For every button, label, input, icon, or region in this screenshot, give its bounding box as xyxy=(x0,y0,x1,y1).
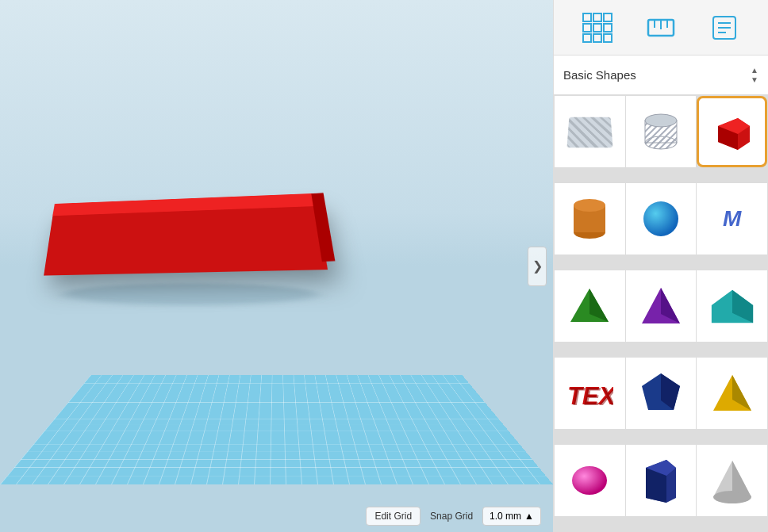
wavy-text-icon: M xyxy=(723,206,741,232)
shape-yellow-pyramid[interactable] xyxy=(697,358,767,429)
right-panel: Basic Shapes ▲ ▼ xyxy=(553,0,768,532)
shape-green-pyramid[interactable] xyxy=(555,270,625,342)
svg-point-19 xyxy=(645,114,677,127)
panel-toggle-button[interactable]: ❯ xyxy=(528,247,547,286)
category-select[interactable]: Basic Shapes xyxy=(563,68,751,82)
magenta-sphere-icon xyxy=(569,464,610,497)
grid-floor xyxy=(0,375,553,484)
shape-magenta-sphere[interactable] xyxy=(555,445,625,516)
grid-view-button[interactable] xyxy=(576,8,620,48)
bottom-controls: Edit Grid Snap Grid 1.0 mm ▲ xyxy=(366,507,541,526)
text-view-button[interactable] xyxy=(703,8,747,48)
grid-icon xyxy=(582,12,613,44)
cylinder-icon xyxy=(570,196,609,242)
blue-pentagon-icon xyxy=(640,370,682,416)
svg-point-39 xyxy=(572,466,607,495)
category-arrows: ▲ ▼ xyxy=(751,66,758,84)
arrow-up-icon: ▲ xyxy=(751,66,758,75)
shape-striped-box-1[interactable] xyxy=(555,96,625,167)
shape-sphere[interactable] xyxy=(626,183,697,255)
white-cone-icon xyxy=(712,457,753,503)
svg-rect-2 xyxy=(604,13,612,21)
svg-rect-5 xyxy=(604,24,612,32)
shape-blue-box[interactable] xyxy=(626,445,697,516)
text-icon xyxy=(708,12,740,44)
shape-roof-wedge[interactable] xyxy=(697,270,767,342)
box-shadow xyxy=(50,283,330,305)
shapes-grid: M xyxy=(554,95,768,532)
shape-wavy-text[interactable]: M xyxy=(697,183,767,255)
svg-rect-6 xyxy=(583,34,591,42)
striped-flat-icon xyxy=(566,117,612,148)
yellow-pyramid-icon xyxy=(710,371,755,415)
snap-grid-value[interactable]: 1.0 mm ▲ xyxy=(482,507,541,526)
shape-cylinder[interactable] xyxy=(555,183,625,255)
arrow-down-icon: ▼ xyxy=(751,75,758,84)
svg-rect-1 xyxy=(593,13,601,21)
category-selector[interactable]: Basic Shapes ▲ ▼ xyxy=(554,55,768,95)
green-pyramid-icon xyxy=(567,284,612,328)
roof-wedge-icon xyxy=(708,285,756,327)
shape-red-cube[interactable] xyxy=(697,96,767,167)
text-3d-icon: TEXT TEXT xyxy=(566,376,613,411)
svg-point-25 xyxy=(574,199,605,212)
snap-grid-number: 1.0 mm xyxy=(490,511,521,522)
red-cube-icon xyxy=(710,110,754,154)
striped-cyl-icon xyxy=(640,111,682,152)
svg-marker-45 xyxy=(732,461,751,497)
red-flat-box xyxy=(44,201,328,276)
3d-viewport: ❯ Edit Grid Snap Grid 1.0 mm ▲ xyxy=(0,0,553,532)
svg-point-26 xyxy=(643,201,678,236)
shape-white-cone[interactable] xyxy=(697,445,767,516)
panel-toolbar xyxy=(554,0,768,55)
svg-rect-3 xyxy=(583,24,591,32)
svg-rect-8 xyxy=(604,34,612,42)
blue-box-icon xyxy=(643,457,679,504)
svg-rect-4 xyxy=(593,24,601,32)
svg-text:TEXT: TEXT xyxy=(569,383,613,411)
shape-blue-pentagon[interactable] xyxy=(626,358,697,429)
purple-pyramid-icon xyxy=(640,284,682,328)
edit-grid-button[interactable]: Edit Grid xyxy=(366,507,420,526)
svg-rect-0 xyxy=(583,13,591,21)
shape-purple-pyramid[interactable] xyxy=(626,270,697,342)
ruler-icon xyxy=(645,12,677,44)
ruler-view-button[interactable] xyxy=(639,8,683,48)
sphere-icon xyxy=(641,199,681,239)
svg-rect-7 xyxy=(593,34,601,42)
snap-grid-arrow: ▲ xyxy=(524,511,534,522)
shape-3d-text[interactable]: TEXT TEXT xyxy=(555,358,625,429)
snap-grid-label: Snap Grid xyxy=(430,511,473,522)
shape-striped-box-2[interactable] xyxy=(626,96,697,167)
